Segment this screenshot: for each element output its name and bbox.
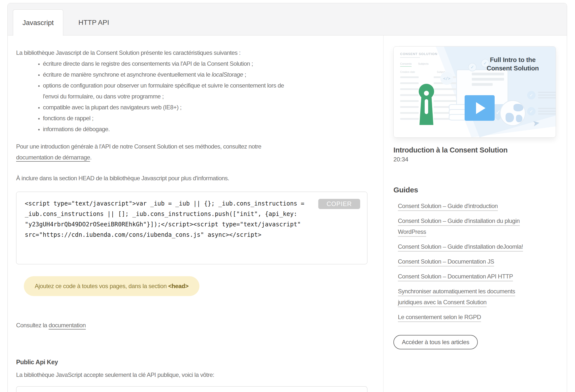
tab-javascript[interactable]: Javascript	[13, 9, 63, 36]
list-item: informations de débogage.	[43, 124, 284, 135]
play-button[interactable]	[465, 95, 495, 121]
code-brackets-icon: </>	[440, 72, 453, 85]
list-item: fonctions de rappel ;	[43, 113, 284, 124]
guides-list: Consent Solution – Guide d'introduction …	[393, 201, 527, 323]
code-line: _iub.cons_instructions || []; _iub.cons_…	[25, 209, 359, 219]
video-duration: 20:34	[393, 156, 556, 163]
code-line: "y23gUH4rbrQb49DO2rOSeeiBR0REhkGh"}]);</…	[25, 219, 359, 230]
list-item: Le consentement selon le RGPD	[398, 312, 527, 323]
callout-text: Ajoutez ce code à toutes vos pages, dans…	[35, 283, 168, 289]
content-row: La bibliothèque Javascript de la Consent…	[8, 35, 567, 392]
public-api-key-heading: Public Api Key	[16, 357, 375, 367]
globe-icon	[500, 100, 526, 126]
list-item: Consent Solution – Documentation API HTT…	[398, 271, 527, 282]
list-item-text: écriture de manière synchrone et asynchr…	[43, 71, 212, 78]
head-section-callout: Ajoutez ce code à toutes vos pages, dans…	[24, 276, 199, 296]
list-item: Consent Solution – Guide d'installation …	[398, 215, 527, 237]
list-item: compatible avec la plupart des navigateu…	[43, 102, 284, 113]
embed-panel: Javascript HTTP API La bibliothèque Java…	[7, 3, 567, 392]
all-articles-button[interactable]: Accéder à tous les articles	[393, 335, 478, 349]
code-line: src="https://cdn.iubenda.com/cons/iubend…	[25, 230, 359, 240]
feature-list: écriture directe dans le registre des co…	[16, 58, 284, 135]
divider	[400, 57, 420, 58]
guide-link-docs-js[interactable]: Consent Solution – Documentation JS	[398, 258, 494, 265]
paragraph-text: Pour une introduction générale à l'API d…	[16, 143, 261, 150]
keyhole-icon	[418, 84, 434, 125]
sidebar: CONSENT SOLUTION Consents Subjects Creat…	[383, 35, 567, 392]
code-line: <script type="text/javascript">var _iub …	[25, 198, 359, 209]
embed-code-box: <script type="text/javascript">var _iub …	[16, 192, 367, 264]
intro-paragraph: La bibliothèque Javascript de la Consent…	[16, 47, 284, 58]
dashboard-title: CONSENT SOLUTION	[400, 52, 457, 56]
dashboard-col-creation-date: Creation date	[400, 71, 415, 73]
paragraph-text: Consultez la	[16, 322, 49, 329]
api-intro-paragraph: Pour une introduction générale à l'API d…	[16, 141, 284, 163]
guide-link-wordpress[interactable]: Consent Solution – Guide d'installation …	[398, 217, 520, 235]
guide-link-sync-docs[interactable]: Synchroniser automatiquement les documen…	[398, 288, 515, 305]
list-item: Consent Solution – Guide d'installation …	[398, 241, 527, 252]
video-title: Introduction à la Consent Solution	[393, 145, 556, 155]
getting-started-docs-link[interactable]: documentation de démarrage	[16, 154, 90, 161]
cursor-icon: ➤	[532, 118, 540, 128]
list-item: écriture de manière synchrone et asynchr…	[43, 69, 284, 80]
dashboard-tab-subjects: Subjects	[418, 62, 428, 67]
tab-http-api[interactable]: HTTP API	[63, 9, 124, 36]
copy-code-button[interactable]: COPIER	[318, 199, 360, 209]
list-item: Consent Solution – Documentation JS	[398, 256, 527, 267]
checklist-icon: ✓ ✓	[527, 90, 556, 122]
paragraph-text: .	[90, 154, 92, 161]
list-item-italic: localStorage	[212, 71, 243, 78]
callout-head-tag: <head>	[168, 283, 189, 289]
public-api-key-field[interactable]	[16, 386, 367, 392]
list-item: Synchroniser automatiquement les documen…	[398, 286, 527, 308]
check-badge-icon: ✓	[468, 63, 477, 71]
documentation-link[interactable]: documentation	[49, 322, 86, 329]
guide-link-joomla[interactable]: Consent Solution – Guide d'installation …	[398, 243, 523, 250]
head-note-paragraph: À inclure dans la section HEAD de la bib…	[16, 173, 284, 184]
play-icon	[476, 102, 485, 114]
consult-docs-paragraph: Consultez la documentation	[16, 320, 284, 331]
public-api-key-text: La bibliothèque JavaScript accepte seule…	[16, 369, 284, 380]
list-item: options de configuration pour observer u…	[43, 80, 284, 102]
list-item: écriture directe dans le registre des co…	[43, 58, 284, 69]
guides-heading: Guides	[393, 186, 556, 194]
video-thumbnail[interactable]: CONSENT SOLUTION Consents Subjects Creat…	[393, 46, 556, 138]
page: Javascript HTTP API La bibliothèque Java…	[0, 0, 575, 392]
main-content: La bibliothèque Javascript de la Consent…	[8, 35, 383, 392]
dashboard-tab-consents: Consents	[400, 62, 412, 67]
guide-link-rgpd[interactable]: Le consentement selon le RGPD	[398, 314, 481, 320]
list-item-text: ;	[243, 71, 246, 78]
guide-link-introduction[interactable]: Consent Solution – Guide d'introduction	[398, 203, 498, 209]
list-item: Consent Solution – Guide d'introduction	[398, 201, 527, 211]
tab-bar: Javascript HTTP API	[8, 3, 567, 35]
video-overlay-title: Full Intro to the Consent Solution	[477, 56, 549, 72]
guide-link-docs-http[interactable]: Consent Solution – Documentation API HTT…	[398, 273, 513, 280]
